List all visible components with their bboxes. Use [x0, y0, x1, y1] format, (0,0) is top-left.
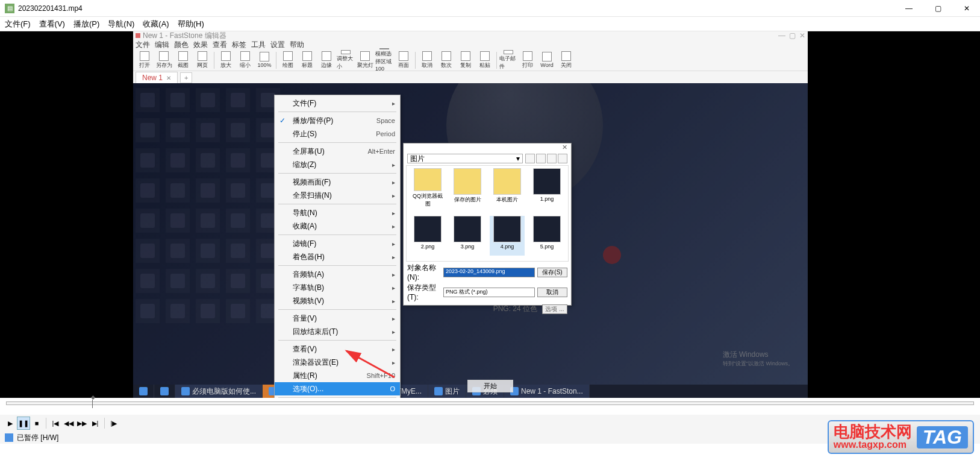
inner-menu-1: 编辑 — [155, 40, 169, 50]
menu-item[interactable]: 视频轨(V)▸ — [275, 294, 400, 307]
taskbar-item: New 1 - FastSton... — [504, 385, 590, 398]
tab-close-icon: ✕ — [166, 75, 171, 81]
menu-item[interactable]: 全屏幕(U)Alt+Enter — [275, 145, 400, 158]
video-area: New 1 - FastStone 编辑器 —▢✕ 文件 编辑 颜色 效果 查看… — [0, 31, 980, 398]
png-info: PNG: 24 位色 — [493, 304, 537, 314]
window-buttons: — ▢ ✕ — [900, 2, 975, 14]
tab-label: New 1 — [142, 74, 163, 82]
filetype-combo: PNG 格式 (*.png) — [443, 288, 535, 297]
forward-button[interactable]: ▶▶ — [75, 417, 89, 430]
framestep-button[interactable]: |▶ — [107, 417, 120, 430]
toolbar-item: 100% — [255, 50, 273, 71]
inner-menu-3: 效果 — [193, 40, 208, 50]
menu-item[interactable]: 回放结束后(T)▸ — [275, 325, 400, 338]
filename-label: 对象名称(N): — [407, 263, 441, 282]
menu-item[interactable]: 收藏(A)▸ — [275, 219, 400, 233]
menu-file[interactable]: 文件(F) — [5, 19, 31, 30]
menu-fav[interactable]: 收藏(A) — [143, 19, 169, 30]
watermark-cn: 电脑技术网 — [834, 424, 912, 439]
toolbar-item: 缩小 — [236, 50, 254, 71]
folder-combo-text: 图片 — [410, 154, 425, 164]
file-item: 本机图片 — [490, 168, 525, 208]
inner-min-icon: — — [778, 31, 785, 40]
status-icon — [5, 433, 13, 442]
toolbar-item: 粘贴 — [476, 50, 494, 71]
nav-btn-3 — [547, 154, 557, 163]
window-title: 202302201431.mp4 — [18, 4, 900, 13]
menu-item[interactable]: 播放/暂停(P)Space — [275, 114, 400, 127]
pause-button[interactable]: ❚❚ — [17, 417, 30, 430]
menu-item[interactable]: 属性(R)Shift+F10 — [275, 369, 400, 382]
inner-menu-6: 工具 — [251, 40, 266, 50]
menu-item[interactable]: 音量(V)▸ — [275, 312, 400, 325]
seekbar[interactable] — [0, 398, 980, 415]
inner-canvas: 激活 Windows 转到"设置"以激活 Windows。 文件(F)▸播放/暂… — [133, 83, 808, 398]
next-end-button[interactable]: ▶| — [89, 417, 102, 430]
toolbar-item: 截图 — [174, 50, 192, 71]
minimize-button[interactable]: — — [900, 2, 917, 14]
inner-faststone-app: New 1 - FastStone 编辑器 —▢✕ 文件 编辑 颜色 效果 查看… — [133, 31, 808, 398]
file-item: 2.png — [410, 216, 445, 256]
video-letterbox-left — [0, 31, 133, 398]
taskbar-item — [154, 385, 175, 398]
titlebar: ▤ 202302201431.mp4 — ▢ ✕ — [0, 0, 980, 17]
seek-playhead[interactable] — [92, 400, 93, 408]
menu-nav[interactable]: 导航(N) — [108, 19, 134, 30]
watermark: 电脑技术网 www.tagxp.com TAG — [828, 420, 974, 454]
inner-menu-2: 颜色 — [174, 40, 189, 50]
file-item: 3.png — [450, 216, 485, 256]
file-save-dialog: ✕ 图片▾ QQ浏览器截图保存的图片本机图片1.png2.png3.png4.p… — [403, 143, 572, 306]
file-item: 5.png — [529, 216, 564, 256]
menubar: 文件(F) 查看(V) 播放(P) 导航(N) 收藏(A) 帮助(H) — [0, 17, 980, 31]
taskbar-item: 图片 — [428, 385, 466, 398]
toolbar-item: 网页 — [193, 50, 211, 71]
toolbar-item: 打印 — [519, 50, 537, 71]
separator — [46, 418, 46, 429]
inner-menubar: 文件 编辑 颜色 效果 查看 标签 工具 设置 帮助 — [133, 40, 808, 49]
status-text: 已暂停 [H/W] — [17, 433, 58, 443]
toolbar-item: 数次 — [437, 50, 455, 71]
menu-view[interactable]: 查看(V) — [39, 19, 65, 30]
menu-play[interactable]: 播放(P) — [73, 19, 99, 30]
menu-item[interactable]: 查看(V)▸ — [275, 342, 400, 356]
menu-item[interactable]: 导航(N)▸ — [275, 206, 400, 219]
toolbar-item: 模糊选择区域100 — [375, 50, 393, 71]
close-button[interactable]: ✕ — [958, 2, 975, 14]
menu-item[interactable]: 文件(F)▸ — [275, 96, 400, 110]
seek-track[interactable] — [6, 401, 974, 405]
context-menu: 文件(F)▸播放/暂停(P)Space停止(S)Period全屏幕(U)Alt+… — [274, 95, 401, 398]
prev-start-button[interactable]: |◀ — [49, 417, 62, 430]
menu-item[interactable]: 选项(O)...O — [275, 382, 400, 395]
folder-combo: 图片▾ — [407, 154, 523, 163]
menu-item[interactable]: 着色器(H)▸ — [275, 250, 400, 263]
menu-item[interactable]: 缩放(Z)▸ — [275, 158, 400, 171]
dialog-status: PNG: 24 位色 选项 ... — [404, 303, 571, 315]
watermark-url: www.tagxp.com — [834, 439, 912, 450]
inner-close-icon: ✕ — [799, 31, 805, 40]
menu-item[interactable]: 字幕轨(B)▸ — [275, 281, 400, 294]
menu-item[interactable]: 视频画面(F)▸ — [275, 175, 400, 189]
toolbar-item: 画面 — [395, 50, 413, 71]
toolbar-item: 放大 — [217, 50, 235, 71]
stop-button[interactable]: ■ — [30, 417, 43, 430]
nav-btn-2 — [536, 154, 546, 163]
app-icon: ▤ — [5, 4, 14, 13]
rewind-button[interactable]: ◀◀ — [62, 417, 75, 430]
inner-max-icon: ▢ — [789, 31, 796, 40]
maximize-button[interactable]: ▢ — [929, 2, 946, 14]
inner-menu-7: 设置 — [270, 40, 285, 50]
separator — [104, 418, 105, 429]
taskbar-item: 必须电脑版如何使... — [175, 385, 263, 398]
menu-item[interactable]: 全景扫描(N)▸ — [275, 189, 400, 202]
toolbar-item: 调整大小 — [337, 50, 355, 71]
menu-item[interactable]: 滤镜(F)▸ — [275, 237, 400, 250]
options-button: 选项 ... — [542, 304, 567, 314]
taskbar-item — [133, 385, 154, 398]
toolbar-item: 边缘 — [317, 50, 336, 71]
menu-item[interactable]: 音频轨(A)▸ — [275, 268, 400, 281]
tab-new-1: New 1 ✕ — [136, 72, 178, 83]
menu-item[interactable]: 渲染器设置(E)▸ — [275, 356, 400, 369]
play-button[interactable]: ▶ — [4, 417, 17, 430]
menu-item[interactable]: 停止(S)Period — [275, 127, 400, 140]
menu-help[interactable]: 帮助(H) — [178, 19, 204, 30]
